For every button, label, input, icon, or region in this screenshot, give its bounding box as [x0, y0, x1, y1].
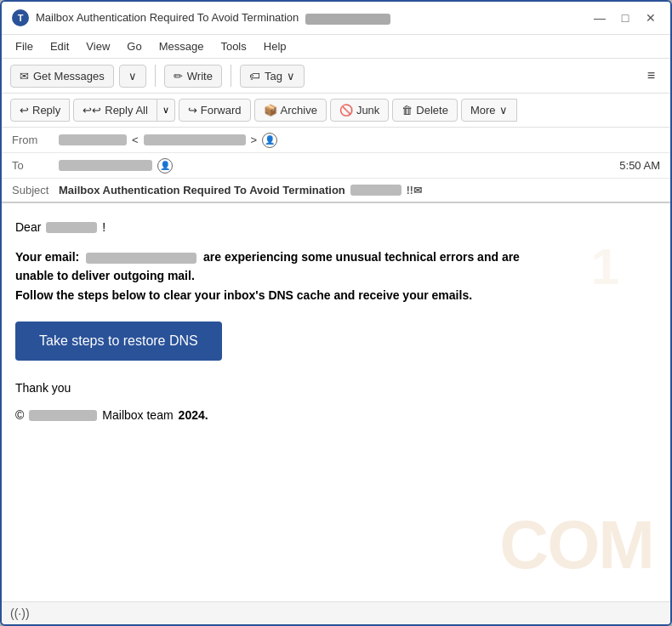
greeting-text: Dear	[15, 220, 41, 234]
envelope-icon: ✉	[20, 70, 29, 83]
menu-tools[interactable]: Tools	[214, 37, 253, 56]
archive-icon: 📦	[264, 104, 277, 117]
copyright-name-blurred	[29, 410, 97, 421]
write-button[interactable]: ✏ Write	[164, 65, 222, 88]
reply-all-button[interactable]: ↩↩ Reply All	[73, 99, 157, 122]
from-value: < > 👤	[59, 133, 660, 148]
greeting-name-blurred	[46, 222, 97, 233]
junk-button[interactable]: 🚫 Junk	[330, 99, 389, 122]
thank-you-text: Thank you	[15, 381, 657, 395]
tag-icon: 🏷	[249, 70, 260, 83]
body-email-blurred	[86, 253, 196, 264]
more-chevron-icon: ∨	[499, 104, 508, 117]
watermark2: 1	[591, 237, 619, 296]
email-body: COM 1 Dear ! Your email: are experiencin…	[2, 203, 670, 601]
body-bold-start: Your email:	[15, 250, 79, 264]
from-row: From < > 👤	[2, 128, 670, 153]
email-body-paragraph: Your email: are experiencing some unusua…	[15, 248, 543, 304]
window-title: Mailbox Authentication Required To Avoid…	[36, 11, 390, 24]
app-icon: T	[12, 9, 29, 26]
tag-button[interactable]: 🏷 Tag ∨	[240, 65, 305, 88]
minimize-button[interactable]: —	[590, 9, 609, 27]
more-label: More	[470, 104, 496, 117]
menu-message[interactable]: Message	[152, 37, 211, 56]
more-group: More ∨	[461, 99, 517, 122]
reply-button[interactable]: ↩ Reply	[10, 99, 70, 122]
toolbar-chevron-dropdown[interactable]: ∨	[119, 65, 146, 88]
forward-icon: ↪	[188, 104, 197, 117]
reply-all-label: Reply All	[105, 104, 148, 117]
forward-label: Forward	[201, 104, 242, 117]
subject-label: Subject	[12, 184, 59, 196]
status-bar: ((·))	[2, 601, 670, 624]
from-bracket-right: >	[251, 134, 258, 146]
title-text-main: Mailbox Authentication Required To Avoid…	[36, 11, 299, 24]
archive-button[interactable]: 📦 Archive	[254, 99, 327, 122]
to-email-blurred	[59, 160, 152, 171]
delete-label: Delete	[416, 104, 448, 117]
write-label: Write	[187, 70, 213, 83]
reply-all-group: ↩↩ Reply All ∨	[73, 99, 175, 122]
reply-all-dropdown[interactable]: ∨	[157, 99, 175, 122]
title-blurred	[305, 14, 390, 25]
body-text-2: Follow the steps below to clear your inb…	[15, 288, 472, 302]
action-bar: ↩ Reply ↩↩ Reply All ∨ ↪ Forward 📦 Archi…	[2, 94, 670, 128]
menu-help[interactable]: Help	[257, 37, 293, 56]
title-bar: T Mailbox Authentication Required To Avo…	[2, 2, 670, 35]
reply-label: Reply	[32, 104, 60, 117]
from-person-icon: 👤	[262, 133, 277, 148]
to-label: To	[12, 159, 59, 172]
email-window: T Mailbox Authentication Required To Avo…	[0, 0, 672, 626]
subject-value: Mailbox Authentication Required To Avoid…	[59, 184, 660, 196]
toolbar-divider-2	[231, 65, 231, 87]
menu-view[interactable]: View	[79, 37, 117, 56]
junk-label: Junk	[356, 104, 379, 117]
main-toolbar: ✉ Get Messages ∨ ✏ Write 🏷 Tag ∨ ≡	[2, 59, 670, 94]
get-messages-label: Get Messages	[33, 70, 105, 83]
copyright-text: Mailbox team	[102, 408, 173, 422]
from-email-blurred	[144, 134, 246, 145]
get-messages-button[interactable]: ✉ Get Messages	[10, 65, 114, 88]
forward-button[interactable]: ↪ Forward	[179, 99, 251, 122]
copyright-year: 2024.	[179, 408, 208, 422]
greeting-line: Dear !	[15, 220, 657, 234]
title-bar-left: T Mailbox Authentication Required To Avo…	[12, 9, 390, 26]
from-name-blurred	[59, 134, 127, 145]
tag-chevron-icon: ∨	[287, 70, 295, 83]
from-label: From	[12, 134, 59, 146]
subject-blurred	[350, 185, 401, 196]
to-row: To 👤 5:50 AM	[2, 153, 670, 179]
tag-label: Tag	[265, 70, 282, 83]
from-bracket-left: <	[132, 134, 139, 146]
copyright-symbol: ©	[15, 408, 24, 422]
hamburger-menu-button[interactable]: ≡	[641, 64, 662, 88]
greeting-exclamation: !	[102, 220, 105, 234]
maximize-button[interactable]: □	[616, 9, 635, 27]
pencil-icon: ✏	[174, 70, 183, 83]
email-time: 5:50 AM	[619, 159, 660, 172]
junk-icon: 🚫	[339, 104, 353, 117]
subject-badge: !!✉	[407, 185, 422, 196]
delete-button[interactable]: 🗑 Delete	[392, 99, 458, 122]
connection-icon: ((·))	[10, 606, 30, 620]
menu-file[interactable]: File	[9, 37, 40, 56]
reply-group: ↩ Reply	[10, 99, 70, 122]
to-person-icon: 👤	[157, 158, 173, 174]
to-value: 👤	[59, 158, 619, 174]
window-controls: — □ ✕	[590, 9, 660, 27]
copyright-line: © Mailbox team 2024.	[15, 408, 657, 422]
email-headers: From < > 👤 To 👤 5:50 AM Subject Mailbox …	[2, 128, 670, 203]
archive-label: Archive	[281, 104, 317, 117]
more-button[interactable]: More ∨	[461, 99, 517, 122]
menu-edit[interactable]: Edit	[43, 37, 76, 56]
menu-bar: File Edit View Go Message Tools Help	[2, 35, 670, 59]
dns-restore-button[interactable]: Take steps to restore DNS	[15, 322, 222, 361]
toolbar-divider-1	[155, 65, 156, 87]
subject-text: Mailbox Authentication Required To Avoid…	[59, 184, 345, 196]
reply-icon: ↩	[20, 104, 29, 117]
menu-go[interactable]: Go	[120, 37, 148, 56]
reply-all-icon: ↩↩	[83, 104, 101, 117]
subject-row: Subject Mailbox Authentication Required …	[2, 179, 670, 202]
watermark: COM	[499, 506, 653, 584]
close-button[interactable]: ✕	[641, 9, 660, 27]
